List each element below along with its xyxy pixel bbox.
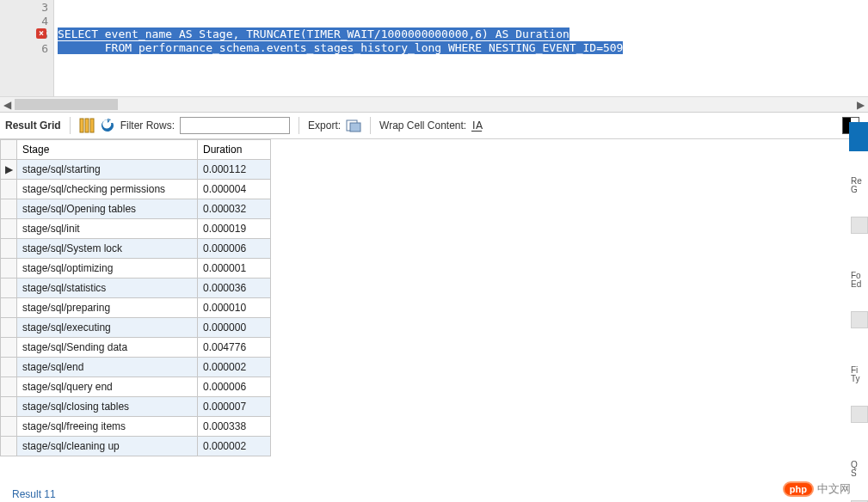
svg-rect-2 [90, 119, 94, 132]
cell-stage[interactable]: stage/sql/preparing [17, 298, 198, 318]
row-selector[interactable] [1, 279, 17, 298]
side-tab-label: Fi Ty [851, 366, 868, 383]
side-tab[interactable] [849, 406, 868, 435]
row-selector[interactable]: ▶ [1, 160, 17, 180]
cell-duration[interactable]: 0.000007 [198, 397, 271, 417]
cell-duration[interactable]: 0.000004 [198, 180, 271, 199]
scroll-track[interactable] [15, 97, 853, 112]
cell-duration[interactable]: 0.000000 [198, 318, 271, 338]
table-row[interactable]: stage/sql/freeing items0.000338 [1, 417, 271, 437]
refresh-icon[interactable] [100, 118, 115, 133]
table-row[interactable]: stage/sql/Opening tables0.000032 [1, 199, 271, 219]
row-selector[interactable] [1, 199, 17, 219]
line-number-gutter: 345×6 [0, 0, 54, 96]
table-row[interactable]: stage/sql/System lock0.000006 [1, 239, 271, 259]
svg-rect-4 [350, 123, 360, 132]
row-selector[interactable] [1, 180, 17, 199]
error-marker-icon: × [36, 28, 46, 39]
cell-duration[interactable]: 0.000036 [198, 279, 271, 298]
cell-stage[interactable]: stage/sql/statistics [17, 279, 198, 298]
result-side-tabs: Re GFo EdFi TyQ SExec P [849, 122, 868, 500]
sql-editor[interactable]: 345×6 SELECT event_name AS Stage, TRUNCA… [0, 0, 868, 96]
table-row[interactable]: ▶stage/sql/starting0.000112 [1, 160, 271, 180]
cell-stage[interactable]: stage/sql/cleaning up [17, 437, 198, 456]
cell-duration[interactable]: 0.000019 [198, 219, 271, 239]
watermark: php 中文网 [783, 481, 851, 497]
export-icon[interactable] [346, 118, 361, 133]
filter-rows-input[interactable] [180, 117, 290, 134]
table-row[interactable]: stage/sql/query end0.000006 [1, 377, 271, 397]
table-row[interactable]: stage/sql/executing0.000000 [1, 318, 271, 338]
cell-stage[interactable]: stage/sql/closing tables [17, 397, 198, 417]
cell-duration[interactable]: 0.000006 [198, 377, 271, 397]
result-tab-label[interactable]: Result 11 [12, 488, 56, 500]
cell-stage[interactable]: stage/sql/init [17, 219, 198, 239]
cell-duration[interactable]: 0.000001 [198, 259, 271, 279]
table-row[interactable]: stage/sql/closing tables0.000007 [1, 397, 271, 417]
table-row[interactable]: stage/sql/cleaning up0.000002 [1, 437, 271, 456]
table-row[interactable]: stage/sql/statistics0.000036 [1, 279, 271, 298]
side-tab[interactable] [849, 311, 868, 340]
wrap-cell-icon[interactable]: I̲A̲ [471, 118, 487, 133]
cell-stage[interactable]: stage/sql/freeing items [17, 417, 198, 437]
row-selector[interactable] [1, 219, 17, 239]
watermark-pill: php [783, 481, 814, 497]
row-selector[interactable] [1, 417, 17, 437]
side-tab[interactable] [849, 217, 868, 246]
scroll-thumb[interactable] [15, 99, 118, 110]
watermark-text: 中文网 [817, 481, 851, 497]
row-selector[interactable] [1, 358, 17, 377]
line-number: 3 [0, 0, 53, 14]
cell-duration[interactable]: 0.000006 [198, 239, 271, 259]
row-selector[interactable] [1, 437, 17, 456]
editor-h-scrollbar[interactable]: ◀ ▶ [0, 96, 868, 112]
row-selector[interactable] [1, 318, 17, 338]
cell-duration[interactable]: 0.000002 [198, 437, 271, 456]
cell-stage[interactable]: stage/sql/checking permissions [17, 180, 198, 199]
cell-stage[interactable]: stage/sql/System lock [17, 239, 198, 259]
cell-stage[interactable]: stage/sql/executing [17, 318, 198, 338]
scroll-right-icon[interactable]: ▶ [853, 97, 868, 112]
row-selector[interactable] [1, 259, 17, 279]
grid-columns-icon[interactable] [79, 118, 95, 133]
row-selector[interactable] [1, 397, 17, 417]
cell-stage[interactable]: stage/sql/optimizing [17, 259, 198, 279]
cell-stage[interactable]: stage/sql/Sending data [17, 338, 198, 358]
export-label: Export: [308, 119, 341, 132]
code-line[interactable] [58, 14, 868, 28]
column-header-stage[interactable]: Stage [17, 140, 198, 160]
side-tab-label: Fo Ed [851, 272, 868, 289]
table-row[interactable]: stage/sql/end0.000002 [1, 358, 271, 377]
cell-duration[interactable]: 0.000002 [198, 358, 271, 377]
code-line[interactable] [58, 0, 868, 14]
result-grid-wrap: Stage Duration ▶stage/sql/starting0.0001… [0, 139, 868, 456]
code-line[interactable]: FROM performance_schema.events_stages_hi… [58, 41, 868, 55]
cell-stage[interactable]: stage/sql/query end [17, 377, 198, 397]
cell-duration[interactable]: 0.000032 [198, 199, 271, 219]
cell-stage[interactable]: stage/sql/starting [17, 160, 198, 180]
row-selector[interactable] [1, 298, 17, 318]
side-tab-label: Q S [851, 461, 868, 478]
column-header-duration[interactable]: Duration [198, 140, 271, 160]
result-grid[interactable]: Stage Duration ▶stage/sql/starting0.0001… [0, 139, 271, 456]
table-row[interactable]: stage/sql/optimizing0.000001 [1, 259, 271, 279]
table-row[interactable]: stage/sql/init0.000019 [1, 219, 271, 239]
code-line[interactable]: SELECT event_name AS Stage, TRUNCATE(TIM… [58, 28, 868, 41]
table-row[interactable]: stage/sql/Sending data0.004776 [1, 338, 271, 358]
separator [370, 117, 371, 134]
row-selector[interactable] [1, 338, 17, 358]
row-selector[interactable] [1, 239, 17, 259]
row-selector[interactable] [1, 377, 17, 397]
cell-duration[interactable]: 0.000338 [198, 417, 271, 437]
table-row[interactable]: stage/sql/preparing0.000010 [1, 298, 271, 318]
table-row[interactable]: stage/sql/checking permissions0.000004 [1, 180, 271, 199]
cell-duration[interactable]: 0.000010 [198, 298, 271, 318]
scroll-left-icon[interactable]: ◀ [0, 97, 15, 112]
cell-duration[interactable]: 0.000112 [198, 160, 271, 180]
cell-duration[interactable]: 0.004776 [198, 338, 271, 358]
cell-stage[interactable]: stage/sql/Opening tables [17, 199, 198, 219]
cell-stage[interactable]: stage/sql/end [17, 358, 198, 377]
sql-code-area[interactable]: SELECT event_name AS Stage, TRUNCATE(TIM… [54, 0, 868, 96]
side-tab[interactable] [849, 122, 868, 151]
result-grid-label: Result Grid [5, 119, 61, 132]
